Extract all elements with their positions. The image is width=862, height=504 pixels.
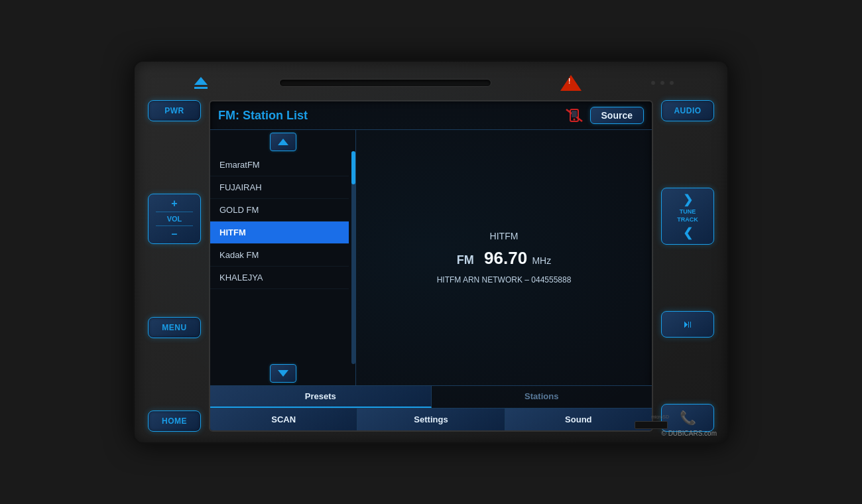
play-pause-button[interactable]: ⏯ [661,311,714,338]
station-item-active[interactable]: HITFM [210,221,349,244]
tune-next-button[interactable]: ❯ [683,192,693,207]
eject-icon [194,77,208,85]
station-list-panel: EmaratFM FUJAIRAH GOLD FM HITFM Kadak FM… [210,130,356,385]
scroll-down-button[interactable] [270,364,296,383]
microsd-slot [635,421,668,429]
vent-dot [660,80,665,86]
station-item[interactable]: KHALEJYA [210,267,349,289]
display-screen: FM: Station List Source [209,100,653,432]
scroll-bar [351,151,355,364]
playing-station-name: HITFM [490,231,519,241]
network-info: HITFM ARN NETWORK – 044555888 [437,275,572,284]
svg-rect-2 [572,111,577,117]
watermark: © DUBICARS.com [661,430,717,437]
source-button[interactable]: Source [590,107,644,124]
screen-header: FM: Station List Source [210,101,652,130]
station-item[interactable]: EmaratFM [210,154,349,176]
station-item[interactable]: GOLD FM [210,199,349,221]
tune-prev-button[interactable]: ❮ [683,225,693,240]
hazard-button[interactable] [556,74,585,92]
vent-dot [669,80,674,86]
main-area: PWR + VOL – MENU HOME FM: Station List [148,100,714,432]
frequency-display: FM 96.70 MHz [457,248,551,269]
scroll-up-icon [278,139,288,145]
car-radio: PWR + VOL – MENU HOME FM: Station List [133,60,729,444]
now-playing-panel: HITFM FM 96.70 MHz HITFM ARN NETWORK – 0… [356,130,652,385]
settings-button[interactable]: Settings [357,409,505,430]
vol-control[interactable]: + VOL – [148,194,201,244]
station-item[interactable]: Kadak FM [210,244,349,267]
left-panel: PWR + VOL – MENU HOME [148,100,201,432]
play-pause-icon: ⏯ [682,318,693,330]
station-item[interactable]: FUJAIRAH [210,176,349,199]
scroll-up-button[interactable] [270,133,296,151]
cd-slot [279,79,491,87]
vent-area [650,80,674,86]
vol-divider [156,225,193,226]
band-label: FM [457,253,474,267]
screen-title: FM: Station List [218,109,308,123]
vent-dot [650,80,656,86]
frequency-value: 96.70 [484,248,527,268]
screen-body: EmaratFM FUJAIRAH GOLD FM HITFM Kadak FM… [210,130,652,385]
phone-icon: 📞 [680,410,696,426]
top-bar [148,74,714,92]
tune-track-control[interactable]: ❯ TUNE TRACK ❮ [661,188,714,244]
screen-footer: Presets Stations SCAN Settings Sound [210,385,652,430]
frequency-unit: MHz [532,255,551,266]
vol-label: VOL [167,215,182,223]
phone-button[interactable]: 📞 [661,404,714,432]
microsd-label: microSD [651,414,669,419]
vol-down-button[interactable]: – [172,229,178,239]
scroll-down-icon [278,370,288,377]
home-button[interactable]: HOME [148,410,201,432]
vol-up-button[interactable]: + [171,198,177,209]
svg-point-3 [573,119,575,121]
pwr-button[interactable]: PWR [148,100,201,121]
header-right: Source [565,107,644,124]
no-phone-icon [565,108,584,123]
presets-tab[interactable]: Presets [210,386,432,408]
right-panel: AUDIO ❯ TUNE TRACK ❮ ⏯ 📞 [661,100,714,432]
tune-track-label: TUNE TRACK [677,208,698,223]
vol-divider [156,212,193,212]
presets-stations-row: Presets Stations [210,386,652,409]
stations-tab[interactable]: Stations [432,386,652,408]
eject-line-icon [194,87,208,89]
hazard-icon [560,75,582,91]
eject-button[interactable] [188,74,214,92]
station-items: EmaratFM FUJAIRAH GOLD FM HITFM Kadak FM… [210,154,355,361]
actions-row: SCAN Settings Sound [210,409,652,430]
scan-button[interactable]: SCAN [210,409,357,430]
sound-button[interactable]: Sound [505,409,652,430]
scroll-thumb [351,151,355,184]
menu-button[interactable]: MENU [148,317,201,338]
audio-button[interactable]: AUDIO [661,100,714,121]
